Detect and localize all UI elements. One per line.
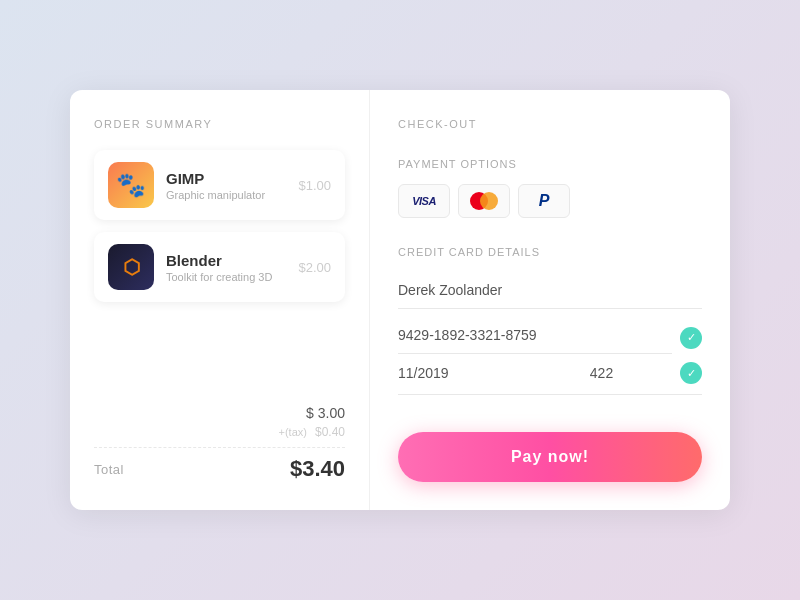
visa-logo: VISA bbox=[412, 195, 436, 207]
card-details-form: ✓ ✓ bbox=[398, 272, 702, 408]
subtotal-row: $ 3.00 bbox=[94, 405, 345, 421]
card-number-row: ✓ bbox=[398, 317, 702, 358]
mastercard-option[interactable] bbox=[458, 184, 510, 218]
card-details-label: Credit Card Details bbox=[398, 246, 702, 258]
expiry-cvv-valid-icon: ✓ bbox=[680, 362, 702, 384]
payment-options: VISA P bbox=[398, 184, 702, 218]
mastercard-logo bbox=[470, 192, 498, 210]
blender-name: Blender bbox=[166, 252, 286, 269]
blender-icon: ⬡ bbox=[108, 244, 154, 290]
cardholder-name-input[interactable] bbox=[398, 272, 702, 309]
gimp-desc: Graphic manipulator bbox=[166, 189, 286, 201]
paypal-logo: P bbox=[539, 192, 550, 210]
mc-right-circle bbox=[480, 192, 498, 210]
blender-desc: Toolkit for creating 3D bbox=[166, 271, 286, 283]
gimp-name: GIMP bbox=[166, 170, 286, 187]
blender-price: $2.00 bbox=[298, 260, 331, 275]
payment-options-label: Payment Options bbox=[398, 158, 702, 170]
gimp-price: $1.00 bbox=[298, 178, 331, 193]
blender-info: Blender Toolkit for creating 3D bbox=[166, 252, 286, 283]
gimp-icon: 🐾 bbox=[108, 162, 154, 208]
cvv-input[interactable] bbox=[539, 365, 664, 381]
tax-value: $0.40 bbox=[315, 425, 345, 439]
tax-row: +(tax) $0.40 bbox=[94, 425, 345, 439]
pay-button-container: Pay now! bbox=[398, 408, 702, 482]
checkout-title: Check-out bbox=[398, 118, 702, 130]
cardholder-row bbox=[398, 272, 702, 313]
order-summary-title: Order Summary bbox=[94, 118, 345, 130]
product-item-gimp: 🐾 GIMP Graphic manipulator $1.00 bbox=[94, 150, 345, 220]
expiry-cvv-row: ✓ bbox=[398, 362, 702, 395]
main-card: Order Summary 🐾 GIMP Graphic manipulator… bbox=[70, 90, 730, 510]
card-number-input[interactable] bbox=[398, 317, 672, 354]
tax-label: +(tax) bbox=[279, 426, 307, 438]
total-value: $3.40 bbox=[290, 456, 345, 482]
paypal-option[interactable]: P bbox=[518, 184, 570, 218]
gimp-info: GIMP Graphic manipulator bbox=[166, 170, 286, 201]
order-summary-panel: Order Summary 🐾 GIMP Graphic manipulator… bbox=[70, 90, 370, 510]
total-row: Total $3.40 bbox=[94, 456, 345, 482]
checkout-panel: Check-out Payment Options VISA P Credit … bbox=[370, 90, 730, 510]
card-number-valid-icon: ✓ bbox=[680, 327, 702, 349]
pay-now-button[interactable]: Pay now! bbox=[398, 432, 702, 482]
expiry-input[interactable] bbox=[398, 365, 523, 381]
product-item-blender: ⬡ Blender Toolkit for creating 3D $2.00 bbox=[94, 232, 345, 302]
visa-option[interactable]: VISA bbox=[398, 184, 450, 218]
subtotal-value: $ 3.00 bbox=[295, 405, 345, 421]
total-label: Total bbox=[94, 462, 124, 477]
divider bbox=[94, 447, 345, 448]
summary-section: $ 3.00 +(tax) $0.40 Total $3.40 bbox=[94, 389, 345, 482]
product-list: 🐾 GIMP Graphic manipulator $1.00 ⬡ Blend… bbox=[94, 150, 345, 369]
